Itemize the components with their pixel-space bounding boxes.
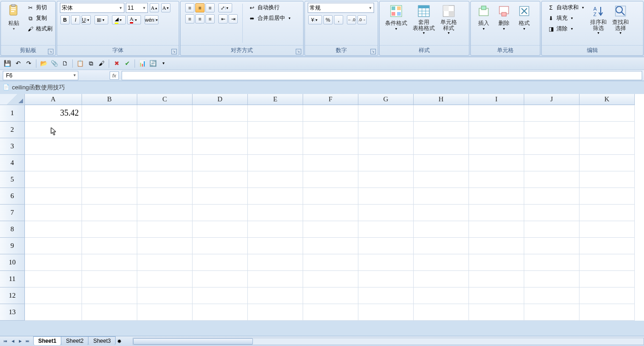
cell[interactable] — [414, 155, 469, 171]
column-header[interactable]: D — [193, 94, 248, 105]
cell[interactable] — [303, 271, 358, 287]
cell[interactable] — [82, 188, 137, 205]
cell[interactable] — [303, 254, 358, 271]
qat-save-icon[interactable]: 💾 — [3, 59, 12, 68]
orientation-button[interactable]: ⤢▼ — [218, 3, 232, 12]
cell[interactable] — [303, 188, 358, 205]
cell[interactable] — [358, 188, 414, 205]
phonetic-button[interactable]: wén▼ — [145, 15, 158, 24]
row-header[interactable]: 3 — [0, 138, 25, 155]
cell[interactable] — [193, 205, 248, 221]
cell[interactable] — [137, 238, 193, 254]
align-center-button[interactable]: ≡ — [195, 14, 205, 23]
cell[interactable] — [469, 188, 524, 205]
cell[interactable] — [469, 105, 524, 122]
cell[interactable] — [414, 122, 469, 138]
cell[interactable] — [25, 138, 82, 155]
sheet-tab[interactable]: Sheet3 — [88, 336, 116, 345]
row-header[interactable]: 2 — [0, 122, 25, 138]
align-bottom-button[interactable]: ≡ — [205, 3, 215, 12]
format-table-button[interactable]: 套用 表格格式▼ — [410, 3, 438, 35]
qat-chart-icon[interactable]: 📊 — [138, 59, 147, 68]
cell[interactable] — [82, 271, 137, 287]
cell[interactable] — [248, 304, 303, 321]
font-launcher[interactable]: ↘ — [171, 49, 177, 54]
percent-button[interactable]: % — [323, 15, 333, 24]
cell[interactable] — [25, 122, 82, 138]
scroll-thumb[interactable] — [133, 338, 253, 345]
shrink-font-button[interactable]: A▼ — [161, 3, 170, 12]
copy-button[interactable]: ⧉复制 — [25, 13, 54, 23]
cell[interactable] — [193, 171, 248, 188]
cell[interactable] — [414, 287, 469, 304]
cell[interactable] — [137, 205, 193, 221]
cell[interactable] — [414, 205, 469, 221]
cell[interactable] — [358, 205, 414, 221]
formula-input[interactable] — [122, 71, 642, 80]
cell[interactable] — [469, 122, 524, 138]
cell[interactable] — [524, 254, 580, 271]
cell[interactable] — [524, 138, 580, 155]
cell[interactable] — [248, 105, 303, 122]
cell[interactable] — [414, 221, 469, 238]
column-header[interactable]: H — [414, 94, 469, 105]
cell[interactable] — [469, 221, 524, 238]
tab-nav-last[interactable]: ⏭ — [24, 338, 31, 345]
cell[interactable] — [358, 105, 414, 122]
cell[interactable] — [248, 271, 303, 287]
cell[interactable] — [137, 271, 193, 287]
cell[interactable] — [248, 221, 303, 238]
grow-font-button[interactable]: A▲ — [150, 3, 159, 12]
currency-button[interactable]: ¥▼ — [308, 15, 322, 24]
cell[interactable] — [524, 271, 580, 287]
font-size-combo[interactable]: 11▼ — [126, 3, 148, 13]
cell[interactable] — [137, 155, 193, 171]
cell[interactable] — [469, 254, 524, 271]
cell[interactable] — [358, 254, 414, 271]
cell[interactable] — [358, 155, 414, 171]
cell[interactable] — [25, 287, 82, 304]
cell[interactable] — [248, 287, 303, 304]
cell[interactable] — [303, 122, 358, 138]
cell[interactable] — [82, 171, 137, 188]
select-all-corner[interactable] — [0, 94, 25, 105]
fill-color-button[interactable]: ◢▼ — [112, 15, 126, 24]
cell[interactable] — [248, 238, 303, 254]
cell[interactable] — [82, 221, 137, 238]
cell[interactable] — [580, 254, 635, 271]
cell[interactable]: 35.42 — [25, 105, 82, 122]
cell[interactable] — [248, 138, 303, 155]
cell[interactable] — [469, 287, 524, 304]
align-middle-button[interactable]: ≡ — [195, 3, 205, 12]
clear-button[interactable]: ◨清除▼ — [546, 24, 586, 34]
cell[interactable] — [580, 238, 635, 254]
column-header[interactable]: I — [469, 94, 524, 105]
cell[interactable] — [469, 304, 524, 321]
cell[interactable] — [25, 254, 82, 271]
cell[interactable] — [469, 238, 524, 254]
cell[interactable] — [580, 171, 635, 188]
format-cells-button[interactable]: 格式▼ — [514, 3, 534, 31]
cell[interactable] — [524, 205, 580, 221]
cell[interactable] — [137, 171, 193, 188]
row-header[interactable]: 1 — [0, 105, 25, 122]
cell[interactable] — [248, 188, 303, 205]
cell[interactable] — [524, 171, 580, 188]
column-header[interactable]: A — [25, 94, 82, 105]
cell[interactable] — [358, 221, 414, 238]
increase-indent-button[interactable]: ⇥ — [228, 14, 238, 23]
tab-nav-next[interactable]: ▶ — [17, 338, 24, 345]
cell[interactable] — [25, 205, 82, 221]
cell[interactable] — [524, 287, 580, 304]
qat-paste-icon[interactable]: 📋 — [76, 59, 85, 68]
qat-new-icon[interactable]: 🗋 — [60, 59, 70, 68]
autosum-button[interactable]: Σ自动求和▼ — [546, 3, 586, 12]
cell[interactable] — [137, 304, 193, 321]
cell[interactable] — [524, 221, 580, 238]
horizontal-scrollbar[interactable] — [133, 338, 644, 345]
qat-copy-icon[interactable]: ⧉ — [86, 59, 95, 68]
cell[interactable] — [414, 105, 469, 122]
fill-button[interactable]: ⬇填充▼ — [546, 13, 586, 23]
number-format-combo[interactable]: 常规▼ — [308, 3, 374, 13]
qat-undo-icon[interactable]: ↶ — [13, 59, 23, 68]
